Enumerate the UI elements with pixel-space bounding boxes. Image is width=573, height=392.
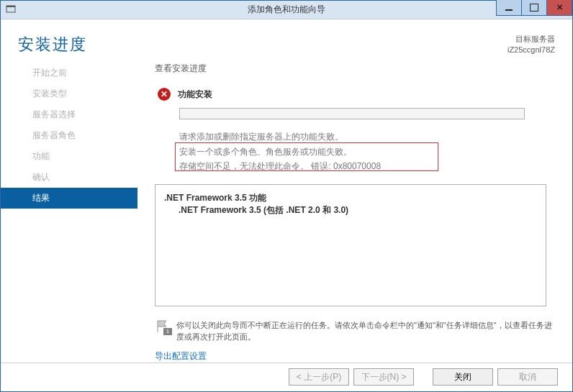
sidebar: 开始之前 安装类型 服务器选择 服务器角色 功能 确认 结果 bbox=[1, 63, 137, 362]
page-title: 安装进度 bbox=[18, 34, 87, 55]
feature-line-1: .NET Framework 3.5 功能 bbox=[164, 192, 537, 204]
msg-line-2: 安装一个或多个角色、角色服务或功能失败。 bbox=[179, 145, 525, 159]
minimize-button[interactable] bbox=[496, 0, 522, 16]
sidebar-item-before: 开始之前 bbox=[18, 63, 137, 83]
sidebar-item-server-select: 服务器选择 bbox=[18, 104, 137, 125]
titlebar-buttons bbox=[497, 0, 572, 16]
server-name: iZ25ccgnl78Z bbox=[507, 45, 555, 55]
status-row: ✕ 功能安装 bbox=[158, 88, 555, 101]
close-button[interactable]: 关闭 bbox=[433, 368, 493, 386]
flag-badge: 1 bbox=[163, 328, 172, 335]
wizard-window: 添加角色和功能向导 安装进度 目标服务器 iZ25ccgnl78Z 开始之前 安… bbox=[0, 0, 573, 392]
sidebar-item-server-roles: 服务器角色 bbox=[18, 125, 137, 146]
feature-line-2: .NET Framework 3.5 (包括 .NET 2.0 和 3.0) bbox=[164, 204, 537, 216]
error-icon: ✕ bbox=[158, 88, 171, 101]
progress-bar bbox=[179, 108, 525, 119]
titlebar: 添加角色和功能向导 bbox=[1, 1, 572, 19]
feature-box: .NET Framework 3.5 功能 .NET Framework 3.5… bbox=[155, 184, 546, 306]
flag-icon: 1 bbox=[155, 319, 169, 334]
section-label: 查看安装进度 bbox=[155, 63, 555, 75]
sidebar-item-type: 安装类型 bbox=[18, 83, 137, 104]
server-label: 目标服务器 bbox=[507, 34, 555, 45]
msg-line-3: 存储空间不足，无法处理此命令。 错误: 0x80070008 bbox=[179, 159, 525, 173]
header-row: 安装进度 目标服务器 iZ25ccgnl78Z bbox=[1, 19, 572, 63]
content-area: 安装进度 目标服务器 iZ25ccgnl78Z 开始之前 安装类型 服务器选择 … bbox=[1, 19, 572, 363]
sidebar-item-features: 功能 bbox=[18, 146, 137, 167]
prev-button: < 上一步(P) bbox=[289, 368, 349, 386]
sidebar-item-results[interactable]: 结果 bbox=[1, 188, 137, 209]
export-link[interactable]: 导出配置设置 bbox=[155, 350, 555, 363]
status-text: 功能安装 bbox=[178, 88, 212, 101]
notice-row: 1 你可以关闭此向导而不中断正在运行的任务。请依次单击命令栏中的"通知"和"任务… bbox=[155, 319, 555, 343]
notice-text: 你可以关闭此向导而不中断正在运行的任务。请依次单击命令栏中的"通知"和"任务详细… bbox=[176, 319, 555, 343]
msg-line-1: 请求添加或删除指定服务器上的功能失败。 bbox=[179, 129, 525, 144]
close-window-button[interactable] bbox=[546, 0, 572, 16]
message-block: 请求添加或删除指定服务器上的功能失败。 安装一个或多个角色、角色服务或功能失败。… bbox=[179, 129, 525, 173]
next-button: 下一步(N) > bbox=[353, 368, 414, 386]
maximize-button[interactable] bbox=[521, 0, 547, 16]
svg-rect-1 bbox=[6, 6, 15, 7]
main-panel: 查看安装进度 ✕ 功能安装 请求添加或删除指定服务器上的功能失败。 安装一个或多… bbox=[137, 63, 572, 362]
sidebar-item-confirm: 确认 bbox=[18, 167, 137, 188]
window-title: 添加角色和功能向导 bbox=[248, 4, 325, 16]
footer: < 上一步(P) 下一步(N) > 关闭 取消 bbox=[1, 363, 572, 391]
app-icon bbox=[5, 4, 17, 15]
cancel-button: 取消 bbox=[497, 368, 558, 386]
server-info: 目标服务器 iZ25ccgnl78Z bbox=[507, 34, 555, 56]
main-row: 开始之前 安装类型 服务器选择 服务器角色 功能 确认 结果 查看安装进度 ✕ … bbox=[1, 63, 572, 362]
